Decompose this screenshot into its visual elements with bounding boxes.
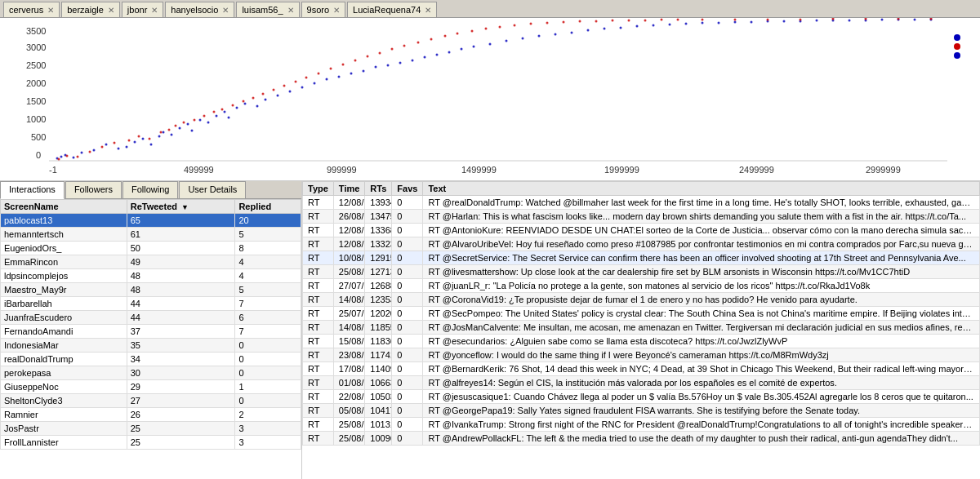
table-row[interactable]: RT 25/07/2020 21:18 12020 0 RT @SecPompe… <box>303 307 980 321</box>
cell-rts: 11855 <box>365 321 392 335</box>
svg-point-107 <box>430 38 433 41</box>
top-tab-berzaigle[interactable]: berzaigle✕ <box>61 2 120 17</box>
table-row[interactable]: EugeniodOrs_ 50 8 <box>1 242 301 255</box>
svg-point-51 <box>587 29 590 32</box>
top-tab-luisam56_[interactable]: luisam56_✕ <box>236 2 299 17</box>
table-row[interactable]: IndonesiaMar 35 0 <box>1 339 301 353</box>
table-row[interactable]: RT 01/08/2020 9:47 10663 0 RT @alfreyes1… <box>303 376 980 390</box>
cell-text: RT @realDonaldTrump: Watched @billmaher … <box>423 196 980 210</box>
close-icon[interactable]: ✕ <box>151 6 158 15</box>
table-row[interactable]: RT 14/08/2020 7:16 11855 0 RT @JosManCal… <box>303 321 980 335</box>
svg-point-114 <box>530 23 532 25</box>
table-row[interactable]: RT 15/08/2020 10:46 11836 0 RT @esecunda… <box>303 335 980 348</box>
table-row[interactable]: Ramnier 26 2 <box>1 408 301 422</box>
table-row[interactable]: RT 26/08/2020 1:01 13475 0 RT @Harlan: T… <box>303 210 980 224</box>
svg-point-104 <box>391 48 394 51</box>
cell-screenname: ldpsincomplejos <box>1 269 127 283</box>
table-row[interactable]: RT 12/08/2020 17:51 13368 0 RT @AntonioK… <box>303 224 980 237</box>
col-type[interactable]: Type <box>303 182 334 196</box>
svg-point-18 <box>191 130 194 132</box>
cell-text: RT @esecundarios: ¿Alguien sabe como se … <box>423 335 980 348</box>
right-table[interactable]: Type Time RTs Favs Text RT 12/08/2020 13… <box>302 181 980 479</box>
cell-type: RT <box>303 237 334 251</box>
table-row[interactable]: RT 10/08/2020 23:08 12915 0 RT @SecretSe… <box>303 251 980 265</box>
cell-rts: 10417 <box>365 404 392 418</box>
svg-point-122 <box>661 19 663 21</box>
cell-text: RT @BernardKerik: 76 Shot, 14 dead this … <box>423 362 980 376</box>
svg-point-41 <box>436 54 439 56</box>
cell-favs: 0 <box>392 265 423 279</box>
col-rts[interactable]: RTs <box>365 182 392 196</box>
col-favs[interactable]: Favs <box>392 182 423 196</box>
col-replied[interactable]: Replied <box>235 200 301 214</box>
svg-point-39 <box>412 60 414 62</box>
svg-point-121 <box>644 20 647 22</box>
top-tab-cerverus[interactable]: cerverus✕ <box>3 2 60 17</box>
svg-point-28 <box>277 95 279 97</box>
cell-screenname: IndonesiaMar <box>1 339 127 353</box>
svg-point-93 <box>262 93 265 95</box>
left-table[interactable]: ScreenName ReTweeted ▼ Replied pablocast… <box>0 199 301 479</box>
table-row[interactable]: GiuseppeNoc 29 1 <box>1 380 301 394</box>
cell-favs: 0 <box>392 196 423 210</box>
sub-tab-followers[interactable]: Followers <box>65 181 122 198</box>
table-row[interactable]: RT 22/08/2020 23:42 10503 0 RT @jesuscas… <box>303 390 980 404</box>
cell-text: RT @IvankaTrump: Strong first night of t… <box>423 418 980 432</box>
top-tab-jbonr[interactable]: jbonr✕ <box>122 2 163 17</box>
col-screenname[interactable]: ScreenName <box>1 200 127 214</box>
table-row[interactable]: JosPastr 25 3 <box>1 422 301 436</box>
table-row[interactable]: RT 25/08/2020 7:38 10096 0 RT @AndrewPol… <box>303 432 980 446</box>
table-row[interactable]: EmmaRincon 49 4 <box>1 255 301 269</box>
close-icon[interactable]: ✕ <box>425 6 431 15</box>
table-row[interactable]: RT 23/08/2020 15:41 11741 0 RT @yonceflo… <box>303 348 980 362</box>
sort-arrow-retweeted: ▼ <box>181 203 189 211</box>
table-row[interactable]: RT 05/08/2020 20:46 10417 0 RT @GeorgePa… <box>303 404 980 418</box>
table-row[interactable]: RT 27/07/2020 6:58 12688 0 RT @juanLR_r:… <box>303 279 980 293</box>
svg-point-96 <box>295 81 297 83</box>
table-row[interactable]: RT 14/08/2020 20:54 12353 0 RT @CoronaVi… <box>303 293 980 307</box>
table-row[interactable]: JuanfraEscudero 44 6 <box>1 311 301 325</box>
top-tab-label: cerverus <box>9 5 43 15</box>
col-text[interactable]: Text <box>423 182 980 196</box>
legend-rts-dot <box>954 52 960 59</box>
sub-tab-interactions[interactable]: Interactions <box>0 181 65 199</box>
table-row[interactable]: RT 25/08/2020 7:31 12713 0 RT @livesmatt… <box>303 265 980 279</box>
svg-point-15 <box>171 134 173 136</box>
svg-point-78 <box>114 142 116 144</box>
top-tab-9soro[interactable]: 9soro✕ <box>301 2 346 17</box>
table-row[interactable]: realDonaldTrump 34 0 <box>1 353 301 366</box>
cell-text: RT @jesuscasique1: Cuando Chávez llega a… <box>423 390 980 404</box>
x-label-1999999: 1999999 <box>604 165 639 175</box>
top-tab-luciarequena74[interactable]: LuciaRequena74✕ <box>347 2 437 17</box>
close-icon[interactable]: ✕ <box>287 6 294 15</box>
table-row[interactable]: RT 17/08/2020 9:15 11409 0 RT @BernardKe… <box>303 362 980 376</box>
table-row[interactable]: RT 12/08/2020 21:16 13323 0 RT @AlvaroUr… <box>303 237 980 251</box>
sub-tab-following[interactable]: Following <box>122 181 178 198</box>
close-icon[interactable]: ✕ <box>108 6 114 15</box>
cell-rts: 10131 <box>365 418 392 432</box>
close-icon[interactable]: ✕ <box>47 6 54 15</box>
svg-point-76 <box>89 151 91 153</box>
table-row[interactable]: RT 25/08/2020 7:36 10131 0 RT @IvankaTru… <box>303 418 980 432</box>
table-row[interactable]: FernandoAmandi 37 7 <box>1 325 301 339</box>
table-row[interactable]: perokepasa 30 0 <box>1 366 301 380</box>
table-row[interactable]: RT 12/08/2020 13:09 13934 0 RT @realDona… <box>303 196 980 210</box>
table-row[interactable]: SheltonClyde3 27 0 <box>1 394 301 408</box>
close-icon[interactable]: ✕ <box>222 6 229 15</box>
col-retweeted[interactable]: ReTweeted ▼ <box>127 200 235 214</box>
svg-point-33 <box>338 76 341 78</box>
cell-replied: 5 <box>235 283 301 297</box>
cell-type: RT <box>303 362 334 376</box>
table-row[interactable]: hemanntertsch 61 5 <box>1 228 301 242</box>
cell-text: RT @CoronaVid19: ¿Te propusiste dejar de… <box>423 293 980 307</box>
cell-rts: 13934 <box>365 196 392 210</box>
col-time[interactable]: Time <box>333 182 364 196</box>
table-row[interactable]: ldpsincomplejos 48 4 <box>1 269 301 283</box>
close-icon[interactable]: ✕ <box>333 6 340 15</box>
table-row[interactable]: FrollLannister 25 3 <box>1 436 301 450</box>
table-row[interactable]: Maestro_May9r 48 5 <box>1 283 301 297</box>
sub-tab-user-details[interactable]: User Details <box>179 181 246 198</box>
table-row[interactable]: iBarbarellah 44 7 <box>1 297 301 311</box>
table-row[interactable]: pablocast13 65 20 <box>1 214 301 228</box>
top-tab-hanyelsocio[interactable]: hanyelsocio✕ <box>165 2 234 17</box>
